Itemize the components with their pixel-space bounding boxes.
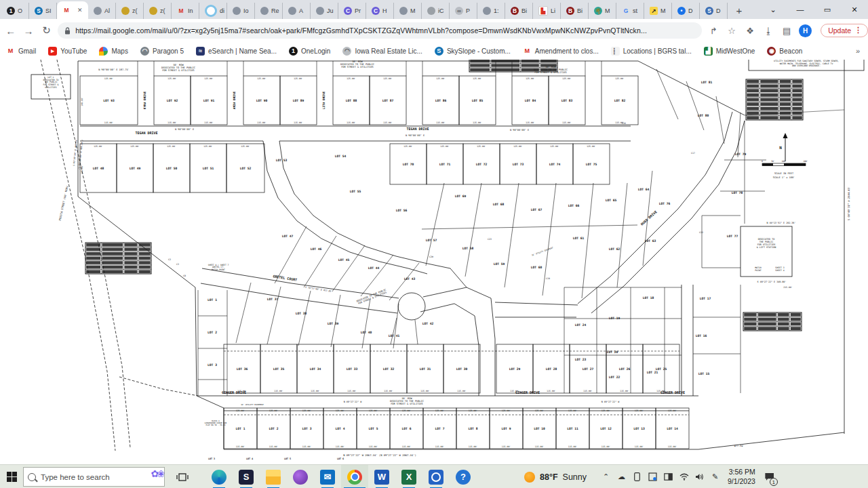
- bookmark-star-icon[interactable]: ☆: [726, 24, 738, 37]
- browser-tab[interactable]: ↗M: [644, 3, 672, 19]
- tray-expand-icon[interactable]: ⌃: [600, 471, 612, 483]
- browser-tab[interactable]: 🌴M: [589, 3, 616, 19]
- display-icon[interactable]: [663, 471, 674, 483]
- browser-tab[interactable]: SSI: [29, 3, 57, 19]
- favicon: [399, 7, 408, 15]
- browser-tab[interactable]: z(: [144, 3, 172, 19]
- extensions-icon[interactable]: ❖: [744, 24, 756, 37]
- taskbar-app-dark-s[interactable]: S: [233, 465, 260, 488]
- taskbar-app-mail[interactable]: ✉: [314, 465, 341, 488]
- lot-number: LOT 77: [727, 235, 738, 238]
- bookmark-item[interactable]: ⡇Locations | BGRS tal...: [605, 47, 698, 56]
- lot-number: LOT 79: [735, 152, 747, 156]
- start-button[interactable]: [0, 465, 23, 488]
- wifi-icon[interactable]: [678, 471, 690, 483]
- back-button[interactable]: ←: [3, 22, 18, 39]
- browser-tab[interactable]: Gst: [616, 3, 644, 19]
- bookmark-item[interactable]: ▟MidWestOne: [698, 47, 762, 56]
- browser-tab[interactable]: Ju: [311, 3, 338, 19]
- bookmark-item[interactable]: Maps: [93, 47, 134, 56]
- table-cell-text: [521, 68, 539, 71]
- lot-dimension: 115.00': [274, 390, 283, 392]
- lot-number: LOT 1: [236, 427, 245, 430]
- taskbar-app-excel[interactable]: X: [395, 465, 422, 488]
- table-cell-text: [139, 266, 151, 269]
- share-icon[interactable]: ↱: [707, 24, 719, 37]
- bookmark-item[interactable]: ◠Iowa Real Estate Lic...: [336, 47, 429, 56]
- bookmark-item[interactable]: ◠Paragon 5: [134, 47, 190, 56]
- lot-dimension: 125.00': [236, 409, 245, 412]
- bookmark-item[interactable]: SSkySlope - Custom...: [429, 47, 517, 56]
- browser-tab[interactable]: MIn: [172, 3, 199, 19]
- browser-tab[interactable]: di: [199, 3, 227, 19]
- bookmark-item[interactable]: ≈eSearch | Name Sea...: [190, 47, 283, 56]
- pen-icon[interactable]: ✎: [709, 471, 721, 483]
- browser-tab[interactable]: BBi: [505, 3, 533, 19]
- taskbar-app-purple[interactable]: [287, 465, 314, 488]
- browser-tab[interactable]: z(: [116, 3, 144, 19]
- browser-tab[interactable]: iC: [422, 3, 450, 19]
- tab-close-icon[interactable]: ✕: [77, 7, 83, 14]
- action-center-button[interactable]: 1: [761, 465, 778, 488]
- phone-link-icon[interactable]: [631, 471, 643, 483]
- browser-tab[interactable]: BBi: [561, 3, 589, 19]
- browser-tab[interactable]: CPr: [338, 3, 366, 19]
- app-window-icon[interactable]: [647, 471, 658, 483]
- taskbar-clock[interactable]: 3:56 PM 9/1/2023: [728, 468, 755, 485]
- bookmark-item[interactable]: 1OneLogin: [283, 47, 336, 56]
- lot-number: LOT 3: [302, 427, 312, 430]
- task-view-button[interactable]: [169, 465, 196, 488]
- lot-dimension: 115.00': [347, 121, 356, 124]
- new-tab-button[interactable]: +: [730, 1, 748, 19]
- lot-number: LOT 4: [336, 427, 345, 430]
- taskbar-app-word[interactable]: W: [368, 465, 395, 488]
- bookmarks-overflow-icon[interactable]: »: [856, 47, 860, 55]
- browser-tab[interactable]: Al: [88, 3, 116, 19]
- plat-map-document[interactable]: LOT 93125.00'115.00'LOT 92125.00'115.00'…: [0, 60, 868, 464]
- minimize-button[interactable]: —: [787, 0, 814, 19]
- maximize-button[interactable]: ▭: [814, 0, 841, 19]
- browser-tab[interactable]: ▙Li: [533, 3, 561, 19]
- volume-icon[interactable]: [694, 471, 705, 483]
- download-icon[interactable]: ⭳: [762, 24, 774, 37]
- taskbar-app-explorer[interactable]: [260, 465, 287, 488]
- weather-widget[interactable]: 88°F Sunny: [524, 472, 587, 483]
- forward-button[interactable]: →: [21, 22, 35, 39]
- side-panel-icon[interactable]: ▤: [781, 24, 793, 37]
- taskbar-app-help[interactable]: ?: [450, 465, 477, 488]
- lot-dimension: 125.00': [94, 145, 103, 148]
- address-bar[interactable]: https://mail.google.com/mail/u/0/?zx=xg2…: [58, 22, 702, 39]
- profile-avatar[interactable]: H: [799, 24, 812, 37]
- browser-tab[interactable]: Io: [227, 3, 255, 19]
- taskbar-app-blue-cam[interactable]: [422, 465, 450, 488]
- taskbar-app-edge[interactable]: [205, 465, 233, 488]
- close-button[interactable]: ✕: [841, 0, 868, 19]
- bookmark-item[interactable]: ▸YouTube: [42, 47, 93, 56]
- bookmark-item[interactable]: MGmail: [0, 47, 42, 56]
- tab-search-button[interactable]: ⌄: [760, 0, 787, 19]
- search-highlight-flowers-icon[interactable]: ✿❀: [151, 468, 163, 479]
- update-button[interactable]: Update ⋮: [821, 24, 868, 37]
- reload-button[interactable]: ↻: [39, 22, 54, 39]
- taskbar-app-chrome[interactable]: [341, 465, 368, 488]
- browser-tab[interactable]: •D: [672, 3, 700, 19]
- table-cell-text: [521, 60, 539, 62]
- browser-tab[interactable]: Re: [255, 3, 283, 19]
- lot-number: LOT 60: [531, 266, 542, 269]
- browser-tab[interactable]: 1:: [477, 3, 505, 19]
- table-cell-text: [744, 327, 756, 330]
- bookmark-item[interactable]: MAmendment to clos...: [517, 47, 605, 56]
- bookmark-item[interactable]: ◉Beacon: [761, 47, 808, 56]
- tab-title: z(: [132, 7, 138, 14]
- browser-tab-active[interactable]: M✕: [57, 1, 88, 19]
- browser-tab[interactable]: A: [283, 3, 311, 19]
- browser-tab[interactable]: M: [394, 3, 422, 19]
- browser-tab[interactable]: ∞P: [450, 3, 477, 19]
- browser-tab[interactable]: 1O: [1, 3, 29, 19]
- onedrive-cloud-icon[interactable]: ☁: [616, 471, 627, 483]
- browser-tab[interactable]: CH: [366, 3, 394, 19]
- browser-menu-icon[interactable]: ⋮: [854, 26, 862, 35]
- browser-tab[interactable]: SD: [700, 3, 728, 19]
- bookmark-label: Gmail: [18, 47, 36, 55]
- taskbar-search-input[interactable]: Type here to search ✿❀: [23, 467, 165, 487]
